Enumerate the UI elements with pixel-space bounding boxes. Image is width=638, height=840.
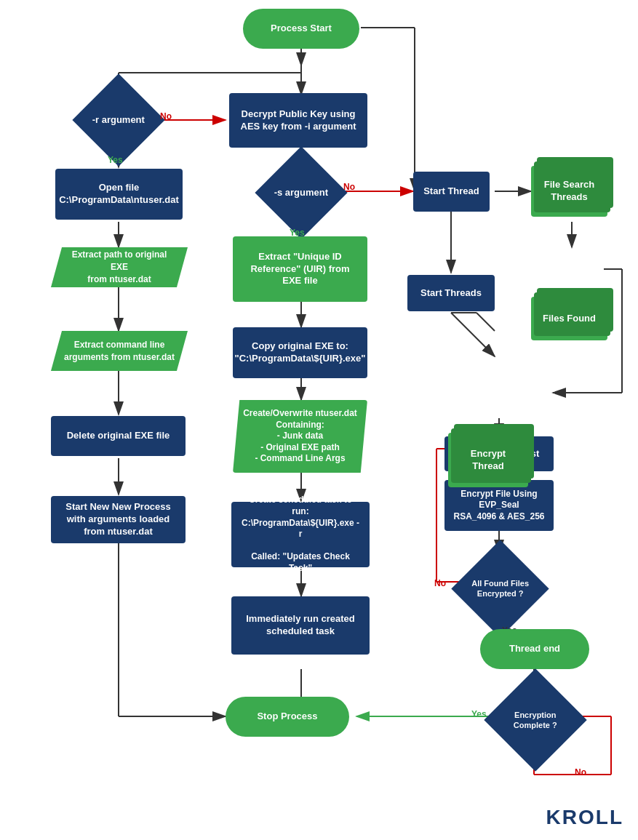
svg-line-33 xyxy=(476,313,495,331)
r-argument-node: -r argument xyxy=(72,73,164,166)
all-found-node: All Found Files Encrypted ? xyxy=(451,540,549,637)
copy-exe-node: Copy original EXE to: "C:\ProgramData\${… xyxy=(233,327,367,378)
delete-exe-node: Delete original EXE file xyxy=(51,416,186,456)
start-new-process-node: Start New New Process with arguments loa… xyxy=(51,496,186,543)
start-threads-node: Start Threads xyxy=(407,275,495,311)
extract-path-node: Extract path to original EXE from ntuser… xyxy=(51,247,188,287)
start-thread-node: Start Thread xyxy=(413,172,490,212)
flowchart-diagram: Process Start -r argument Yes No Decrypt… xyxy=(0,0,638,840)
open-file-node: Open file C:\ProgramData\ntuser.dat xyxy=(55,169,183,220)
encrypt-thread-node: Encrypt Thread xyxy=(448,433,528,487)
r-no-label: No xyxy=(160,111,172,121)
s-argument-node: -s argument xyxy=(255,146,347,239)
files-found-node: Files Found xyxy=(531,297,607,340)
decrypt-public-key-node: Decrypt Public Key using AES key from -i… xyxy=(229,93,367,148)
svg-line-31 xyxy=(451,313,495,356)
enc-no-label: No xyxy=(575,767,586,777)
extract-uid-node: Extract "Unique ID Reference" (UIR) from… xyxy=(233,236,367,302)
r-yes-label: Yes xyxy=(108,155,123,165)
enc-yes-label: Yes xyxy=(471,709,487,719)
extract-cmdline-node: Extract command line arguments from ntus… xyxy=(51,331,188,371)
file-search-threads-node: File Search Threads xyxy=(531,166,607,217)
kroll-logo: KROLL xyxy=(546,806,623,829)
process-start-node: Process Start xyxy=(243,9,359,49)
all-no-label: No xyxy=(434,578,446,588)
s-no-label: No xyxy=(343,182,355,192)
create-overwrite-node: Create/Overwrite ntuser.dat Containing: … xyxy=(233,400,367,473)
encrypt-file-node: Encrypt File Using EVP_Seal RSA_4096 & A… xyxy=(444,480,554,531)
stop-process-node: Stop Process xyxy=(226,697,349,737)
encryption-complete-node: Encryption Complete ? xyxy=(484,668,586,771)
thread-end-node: Thread end xyxy=(480,629,589,669)
immediately-run-node: Immediately run created scheduled task xyxy=(231,596,370,655)
create-scheduled-node: Create scheduled task to run: C:\Program… xyxy=(231,502,370,567)
